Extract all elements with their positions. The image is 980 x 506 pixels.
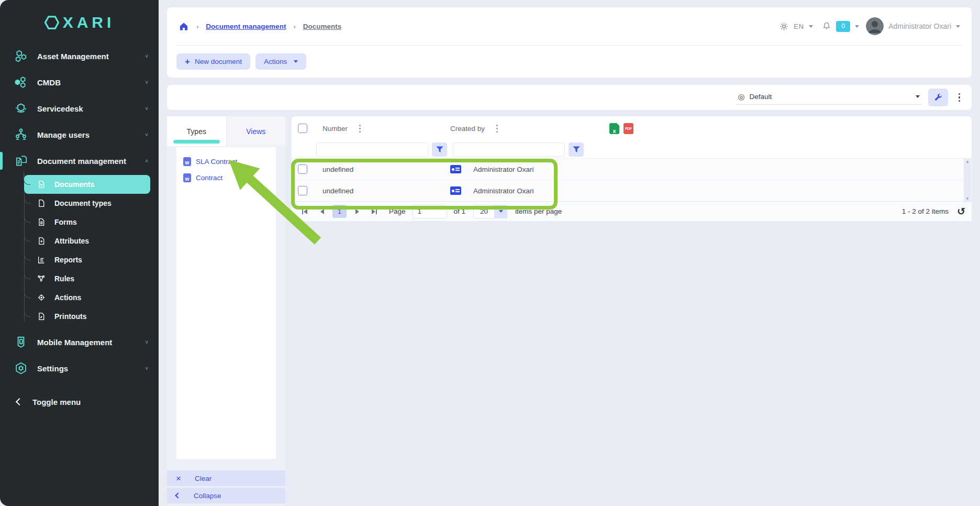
type-item-sla-contract[interactable]: w SLA Contract: [176, 153, 276, 170]
filter-tabs: Types Views: [167, 116, 285, 146]
printouts-icon: [37, 312, 46, 321]
next-page-button[interactable]: [350, 205, 364, 218]
view-toolbar-card: ◎ Default: [167, 85, 972, 110]
created-by-filter-input[interactable]: [453, 142, 565, 157]
sidebar-item-label: Servicedesk: [37, 104, 136, 113]
export-excel-icon[interactable]: x: [609, 123, 619, 134]
sidebar-item-servicedesk[interactable]: Servicedesk ˅: [0, 95, 159, 122]
attributes-icon: [37, 236, 46, 246]
logo-hexagon-icon: [44, 15, 60, 30]
gear-icon[interactable]: [779, 21, 789, 31]
chevron-down-icon: [916, 95, 920, 98]
sidebar-item-asset-management[interactable]: Asset Management ˅: [0, 43, 159, 69]
first-page-button[interactable]: [298, 205, 311, 218]
more-options-kebab-icon[interactable]: [954, 91, 965, 104]
last-page-button[interactable]: [368, 205, 381, 218]
new-document-button[interactable]: + New document: [176, 53, 250, 70]
number-filter-input[interactable]: [316, 142, 428, 157]
asset-management-icon: [14, 49, 28, 63]
sidebar-item-label: Actions: [54, 293, 81, 302]
column-header-number[interactable]: Number: [322, 125, 348, 133]
chevron-down-icon[interactable]: [855, 25, 859, 28]
sidebar-item-document-management[interactable]: Document management ˄: [0, 148, 159, 174]
bell-icon[interactable]: [822, 21, 831, 31]
sidebar-item-documents[interactable]: Documents: [24, 175, 150, 194]
topbar-right: EN 0 Administrato: [779, 17, 960, 35]
configure-view-button[interactable]: [928, 89, 948, 106]
type-label: Contract: [196, 174, 222, 182]
column-header-created-by[interactable]: Created by: [450, 125, 485, 133]
new-document-label: New document: [195, 58, 242, 65]
sidebar-item-label: CMDB: [37, 78, 136, 87]
user-card-icon: [450, 165, 461, 173]
panel-actions: × Clear Collapse: [167, 470, 285, 506]
page-size-select[interactable]: 20: [473, 205, 507, 218]
previous-page-button[interactable]: [315, 205, 329, 218]
select-all-checkbox[interactable]: [298, 124, 307, 133]
vertical-scrollbar[interactable]: ▲ ▼: [964, 159, 971, 202]
row-checkbox[interactable]: [298, 186, 307, 195]
sidebar-item-manage-users[interactable]: Manage users ˅: [0, 122, 159, 148]
avatar[interactable]: [866, 17, 884, 35]
toggle-menu-button[interactable]: Toggle menu: [0, 389, 159, 415]
clear-button[interactable]: × Clear: [167, 470, 285, 486]
table-row[interactable]: undefined Administrator Oxari: [292, 180, 972, 201]
chevron-down-icon: ˅: [145, 366, 148, 371]
created-by-filter-button[interactable]: [569, 142, 584, 157]
row-number-value: undefined: [322, 187, 353, 195]
sidebar-item-reports[interactable]: Reports: [30, 250, 150, 269]
chevron-down-icon[interactable]: [809, 25, 813, 28]
manage-users-icon: [14, 128, 28, 142]
home-icon[interactable]: [179, 21, 189, 31]
collapse-button[interactable]: Collapse: [167, 488, 285, 503]
tab-types[interactable]: Types: [167, 116, 226, 146]
language-selector[interactable]: EN: [794, 23, 804, 30]
column-menu-kebab-icon[interactable]: [355, 123, 365, 135]
breadcrumb-separator-icon: ›: [293, 23, 295, 30]
grid-filter-row: [292, 140, 972, 158]
export-pdf-icon[interactable]: PDF: [623, 123, 633, 134]
type-item-contract[interactable]: w Contract: [176, 170, 276, 186]
sidebar-item-actions[interactable]: Actions: [30, 288, 150, 307]
user-name[interactable]: Administrator Oxari: [888, 22, 951, 30]
tab-views[interactable]: Views: [226, 116, 286, 146]
page-number-button[interactable]: 1: [332, 205, 347, 218]
chevron-down-icon: ˅: [145, 132, 148, 138]
chevron-left-icon: [16, 398, 23, 405]
sidebar-item-settings[interactable]: Settings ˅: [0, 355, 159, 381]
tab-views-label: Views: [246, 127, 265, 136]
rules-icon: [37, 274, 46, 283]
sidebar-item-rules[interactable]: Rules: [30, 269, 150, 288]
actions-target-icon: [37, 293, 46, 302]
scroll-down-icon[interactable]: ▼: [965, 197, 970, 201]
types-list: w SLA Contract w Contract: [176, 147, 276, 459]
sidebar-item-label: Document management: [37, 157, 136, 166]
file-blank-icon: [37, 199, 46, 208]
pagination-bar: 1 Page of 1 20 items per page 1 - 2 of 2…: [292, 201, 972, 221]
mobile-management-icon: [14, 335, 28, 349]
tab-types-label: Types: [187, 127, 206, 136]
column-menu-kebab-icon[interactable]: [492, 123, 502, 135]
table-row[interactable]: undefined Administrator Oxari: [292, 158, 972, 180]
refresh-icon[interactable]: ↻: [957, 205, 965, 217]
sidebar-item-label: Printouts: [54, 312, 86, 321]
sidebar-item-printouts[interactable]: Printouts: [30, 307, 150, 326]
sidebar-item-attributes[interactable]: Attributes: [30, 232, 150, 250]
toggle-menu-label: Toggle menu: [32, 398, 81, 406]
chevron-down-icon[interactable]: [956, 25, 960, 28]
actions-button[interactable]: Actions: [255, 53, 306, 70]
page-header-card: › Document management › Documents EN: [167, 7, 972, 78]
content-area: Types Views w SLA Contract w Contract: [167, 116, 972, 506]
number-filter-button[interactable]: [432, 142, 447, 157]
row-checkbox[interactable]: [298, 164, 307, 174]
notification-count-badge[interactable]: 0: [836, 21, 850, 32]
page-number-input[interactable]: [413, 205, 447, 218]
view-select[interactable]: ◎ Default: [736, 90, 922, 105]
breadcrumb: › Document management › Documents: [179, 21, 341, 31]
sidebar-item-forms[interactable]: Forms: [30, 213, 150, 232]
sidebar-item-document-types[interactable]: Document types: [30, 194, 150, 213]
sidebar-item-cmdb[interactable]: CMDB ˅: [0, 69, 159, 95]
breadcrumb-link-document-management[interactable]: Document management: [206, 23, 286, 30]
scroll-up-icon[interactable]: ▲: [965, 160, 970, 164]
sidebar-item-mobile-management[interactable]: Mobile Management ˅: [0, 329, 159, 355]
